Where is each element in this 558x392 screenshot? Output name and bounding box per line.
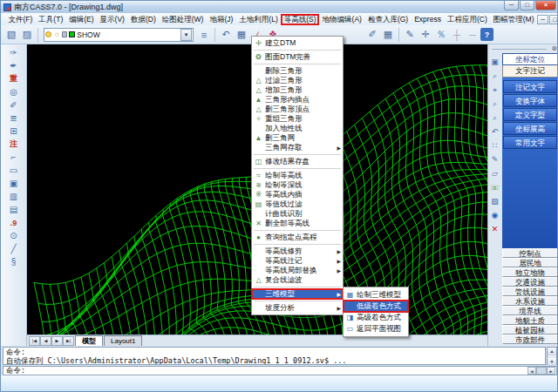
multiline-icon[interactable]: ≣ (4, 112, 24, 125)
tab-nav-next-icon[interactable]: ▶ (51, 336, 63, 346)
delete-icon[interactable]: ✕ (489, 222, 500, 236)
plot-tool-icon[interactable]: ✑ (4, 46, 24, 59)
menu-item-delete-tin[interactable]: ▲删三角网 (252, 133, 343, 143)
hatch-icon[interactable]: ▥ (4, 190, 24, 203)
menu-check-import[interactable]: 检查入库(G) (364, 14, 411, 25)
sketch-tool-icon[interactable]: ✒ (4, 59, 24, 72)
menu-item-contour-trim[interactable]: 等高线修剪▶ (252, 247, 343, 256)
category-water[interactable]: 水系设施 (502, 296, 558, 306)
scroll-up-icon[interactable]: ▲ (548, 348, 556, 355)
layer-color-swatch[interactable] (69, 31, 75, 37)
chevron-down-icon[interactable]: ▾ (180, 29, 192, 41)
menu-item-draw-isobath[interactable]: ≋绘制等深线 (252, 180, 343, 190)
undo-icon[interactable]: ↶ (489, 125, 500, 139)
phone-icon[interactable]: ☏ (489, 180, 500, 194)
layer-lock-icon[interactable] (62, 31, 67, 37)
menu-item-polyline-smooth[interactable]: △复合线滤波 (252, 275, 343, 285)
coord-elevation-button[interactable]: 坐标展高 (503, 122, 557, 135)
point-array-icon[interactable]: ∷ (489, 139, 500, 152)
circle-icon[interactable]: ⊙ (4, 229, 24, 242)
elevation-icon[interactable]: .9 (4, 216, 24, 229)
menu-item-index-contour[interactable]: 计曲线识别 (252, 209, 343, 219)
layer-freeze-icon[interactable]: ☼ (53, 30, 60, 38)
coord-locate-button[interactable]: 坐标定位 (502, 53, 558, 65)
scroll-left-icon[interactable]: ◀ (527, 367, 536, 375)
category-pipeline[interactable]: 管线设施 (502, 287, 558, 296)
layer-states-icon[interactable]: ≡ (196, 27, 212, 43)
submenu-item-high-shading[interactable]: ◨高级着色方式 (344, 312, 408, 323)
menu-item-contour-annotate[interactable]: 等高线注记▶ (252, 256, 343, 266)
menu-item-add-triangle[interactable]: △增加三角形 (252, 85, 343, 95)
zoom-in-icon[interactable]: ⌕ (489, 97, 500, 111)
maximize-button[interactable]: □ (520, 1, 534, 10)
submenu-item-return-plan-view[interactable]: ▭返回平面视图 (344, 323, 408, 335)
define-style-button[interactable]: 定义字型 (503, 108, 557, 121)
save-icon[interactable]: ▦ (234, 27, 249, 43)
menu-feature-edit[interactable]: 地物编辑(A) (319, 14, 364, 25)
menu-express[interactable]: Express (412, 14, 445, 25)
menu-item-regroup-triangle[interactable]: ✧重组三角形 (252, 114, 343, 124)
tab-nav-first-icon[interactable]: |◀ (29, 336, 40, 346)
osnap-icon[interactable]: ◎ (4, 85, 24, 98)
zoom-out-icon[interactable]: ⌕ (489, 111, 500, 125)
menu-item-save-result[interactable]: ◫修改结果存盘 (252, 157, 343, 166)
spline-icon[interactable]: § (4, 255, 24, 268)
panel-close-icon[interactable]: ⊗ (551, 44, 557, 53)
submenu-item-draw-3d-model[interactable]: ▦绘制三维模型 (344, 289, 408, 301)
command-vscrollbar[interactable]: ▲ ▼ (547, 347, 557, 365)
menu-file[interactable]: 文件(F) (5, 14, 36, 25)
menu-item-contour-replace[interactable]: 等高线局部替换▶ (252, 266, 343, 275)
polyline-icon[interactable]: ⌐ (4, 151, 24, 164)
scroll-thumb[interactable] (536, 367, 547, 375)
redraw-icon[interactable]: 重 (4, 72, 24, 85)
edit-object-icon[interactable]: ✐ (364, 27, 380, 43)
menu-landuse[interactable]: 土地利用(L) (236, 14, 281, 25)
zoom-window-icon[interactable]: ⌕ (489, 69, 500, 83)
menu-cadastre[interactable]: 地籍(J) (207, 14, 236, 25)
menu-view[interactable]: 显示(V) (97, 14, 127, 25)
menu-item-isoline-filter[interactable]: ▤等值线过滤 (252, 199, 343, 209)
annotate-text-button[interactable]: 注记文字 (503, 80, 557, 93)
shade-view-icon[interactable]: ▨ (19, 27, 35, 43)
menu-data[interactable]: 数据(D) (127, 14, 159, 25)
line-icon[interactable]: ╱ (4, 242, 24, 255)
grid-select-icon[interactable]: ⊞ (4, 125, 24, 138)
category-vegetation[interactable]: 植被园林 (502, 325, 558, 335)
close-button[interactable]: × (535, 1, 556, 10)
block-icon[interactable]: ▣ (4, 177, 24, 190)
layer-control-dropdown[interactable]: ☼ SHOW ▾ (44, 28, 194, 42)
text-style-icon[interactable]: ▤ (4, 203, 24, 216)
zoom-center-icon[interactable]: ⌖ (489, 83, 500, 97)
menu-item-insert-point[interactable]: ▲三角形内插点 (252, 95, 343, 105)
panel-grip[interactable] (492, 49, 547, 50)
menu-item-add-terrain-line[interactable]: 加入地性线 (252, 124, 343, 133)
tab-model[interactable]: 模型 (75, 335, 103, 346)
category-landform[interactable]: 地貌土质 (502, 315, 558, 325)
menu-item-delete-triangle[interactable]: 删除三角形 (252, 66, 343, 76)
menu-item-3d-model[interactable]: 三维模型▶ (252, 289, 343, 299)
menu-tools[interactable]: 工具(T) (36, 14, 66, 25)
minimize-button[interactable]: ─ (504, 1, 519, 10)
mdi-restore-button[interactable]: □ (549, 15, 558, 24)
palette-icon[interactable]: ✐ (4, 98, 24, 112)
category-control-points[interactable]: 控制点 (502, 248, 558, 258)
edit-icon[interactable]: ✎ (489, 152, 500, 166)
mdi-minimize-button[interactable]: ─ (537, 15, 548, 24)
image-icon[interactable]: ▨ (489, 194, 500, 208)
surface-view-icon[interactable]: ▧ (3, 27, 19, 43)
submenu-item-low-shading[interactable]: ◫低级着色方式 (344, 301, 408, 312)
category-traffic[interactable]: 交通设施 (502, 277, 558, 287)
rectangle-icon[interactable]: ▭ (4, 164, 24, 177)
menu-item-contour-interp[interactable]: ※等高线内插 (252, 190, 343, 199)
menu-item-draw-contour[interactable]: ≈绘制等高线 (252, 171, 343, 180)
annotate-icon[interactable]: 注 (4, 138, 24, 151)
join-icon[interactable]: ─ (465, 27, 480, 43)
menu-item-filter-triangle[interactable]: △过滤三角形 (252, 76, 343, 85)
divide-icon[interactable]: ┼ (449, 27, 465, 43)
info-icon[interactable]: ◉ (489, 208, 500, 222)
layer-previous-icon[interactable]: ↶ (218, 27, 234, 43)
menu-edit[interactable]: 编辑(E) (66, 14, 97, 25)
command-input[interactable]: 命令: ◀ ▶ (3, 366, 557, 375)
menu-sheet-manage[interactable]: 图幅管理(M) (490, 14, 537, 25)
draw-pencil-icon[interactable]: ✎ (402, 27, 418, 43)
